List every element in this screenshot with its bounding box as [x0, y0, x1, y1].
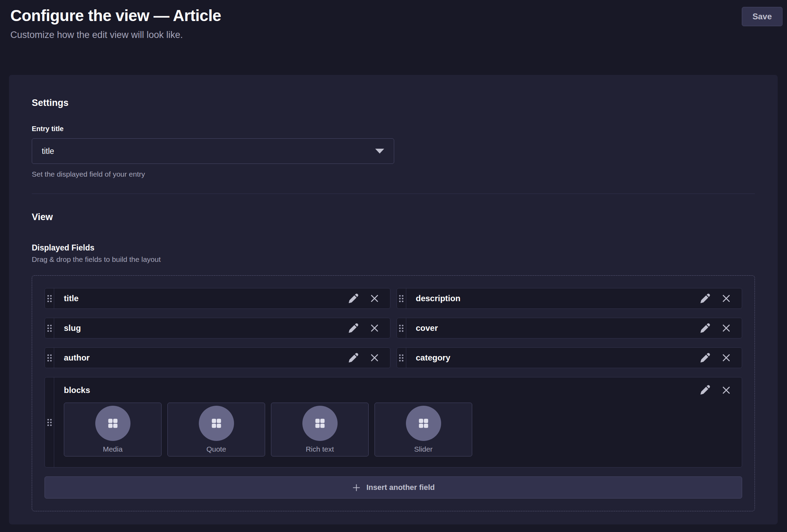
drag-handle[interactable]	[397, 348, 406, 368]
close-icon	[369, 293, 380, 304]
component-card-quote[interactable]: Quote	[167, 403, 265, 456]
close-icon	[721, 323, 731, 333]
remove-field-button[interactable]	[721, 293, 731, 304]
component-grid-icon	[106, 416, 120, 430]
drag-handle-icon	[398, 354, 404, 362]
drag-handle-icon	[398, 294, 404, 303]
field-row-content: author	[54, 348, 390, 368]
drag-handle-icon	[47, 354, 52, 362]
field-row-blocks[interactable]: blocks Media Quote Rich text	[45, 377, 742, 467]
component-grid-icon	[417, 416, 430, 430]
edit-field-button[interactable]	[348, 293, 359, 304]
plus-icon	[352, 483, 361, 492]
edit-field-button[interactable]	[699, 293, 711, 304]
field-row-author[interactable]: author	[45, 347, 390, 368]
remove-field-button[interactable]	[369, 353, 380, 363]
pencil-icon	[699, 323, 711, 334]
displayed-fields-hint: Drag & drop the fields to build the layo…	[32, 255, 755, 264]
page-title: Configure the view — Article	[10, 6, 777, 25]
entry-title-select[interactable]: title	[32, 138, 394, 164]
drag-handle[interactable]	[45, 348, 54, 368]
close-icon	[369, 323, 380, 333]
component-card-slider[interactable]: Slider	[375, 403, 472, 456]
displayed-fields-title: Displayed Fields	[32, 243, 755, 253]
pencil-icon	[699, 352, 711, 364]
field-name: author	[64, 353, 337, 363]
blocks-row-content: blocks Media Quote Rich text	[54, 377, 742, 467]
close-icon	[721, 353, 731, 363]
view-heading: View	[32, 212, 755, 223]
field-row-description[interactable]: description	[397, 288, 742, 309]
component-icon-circle	[199, 406, 234, 441]
entry-title-value: title	[42, 147, 54, 156]
drag-handle-icon	[47, 294, 52, 303]
insert-field-button[interactable]: Insert another field	[45, 476, 742, 499]
field-name: blocks	[64, 385, 689, 395]
close-icon	[369, 353, 380, 363]
entry-title-label: Entry title	[32, 125, 755, 133]
pencil-icon	[699, 293, 711, 304]
page-header: Configure the view — Article Customize h…	[0, 0, 787, 40]
drag-handle[interactable]	[45, 288, 54, 308]
page-subtitle: Customize how the edit view will look li…	[10, 30, 777, 40]
component-icon-circle	[95, 406, 130, 441]
remove-field-button[interactable]	[369, 323, 380, 333]
fields-grid: title description slug	[45, 288, 742, 499]
component-label: Slider	[414, 445, 433, 453]
drag-handle-icon	[47, 418, 52, 427]
components-list: Media Quote Rich text Slider	[64, 403, 731, 456]
drag-handle[interactable]	[397, 318, 406, 338]
edit-field-button[interactable]	[699, 352, 711, 364]
caret-down-icon	[375, 149, 384, 154]
pencil-icon	[348, 352, 359, 364]
component-card-media[interactable]: Media	[64, 403, 162, 456]
settings-heading: Settings	[32, 98, 755, 108]
field-row-content: title	[54, 288, 390, 308]
component-label: Quote	[206, 445, 226, 453]
insert-field-label: Insert another field	[366, 483, 435, 492]
component-grid-icon	[313, 416, 327, 430]
configuration-card: Settings Entry title title Set the displ…	[9, 75, 778, 524]
edit-field-button[interactable]	[348, 352, 359, 364]
close-icon	[721, 385, 731, 395]
pencil-icon	[348, 293, 359, 304]
field-row-content: cover	[406, 318, 742, 338]
component-icon-circle	[406, 406, 441, 441]
edit-field-button[interactable]	[699, 384, 711, 396]
drag-handle[interactable]	[45, 318, 54, 338]
component-card-rich-text[interactable]: Rich text	[271, 403, 369, 456]
edit-field-button[interactable]	[699, 323, 711, 334]
field-row-cover[interactable]: cover	[397, 318, 742, 338]
field-row-category[interactable]: category	[397, 347, 742, 368]
field-row-title[interactable]: title	[45, 288, 390, 309]
pencil-icon	[699, 384, 711, 396]
drag-handle-icon	[47, 324, 52, 333]
remove-field-button[interactable]	[369, 293, 380, 304]
fields-dropzone: title description slug	[32, 275, 755, 511]
save-button[interactable]: Save	[742, 7, 783, 26]
field-row-content: description	[406, 288, 742, 308]
field-row-content: category	[406, 348, 742, 368]
field-name: slug	[64, 323, 337, 333]
field-name: title	[64, 294, 337, 303]
remove-field-button[interactable]	[721, 385, 731, 395]
entry-title-hint: Set the displayed field of your entry	[32, 170, 755, 178]
pencil-icon	[348, 323, 359, 334]
field-name: description	[416, 294, 689, 303]
component-grid-icon	[210, 416, 223, 430]
drag-handle[interactable]	[397, 288, 406, 308]
drag-handle[interactable]	[45, 377, 54, 467]
remove-field-button[interactable]	[721, 353, 731, 363]
drag-handle-icon	[398, 324, 404, 333]
field-name: cover	[416, 323, 689, 333]
component-label: Rich text	[306, 445, 334, 453]
edit-field-button[interactable]	[348, 323, 359, 334]
section-divider	[32, 194, 755, 194]
field-row-slug[interactable]: slug	[45, 318, 390, 338]
field-row-content: slug	[54, 318, 390, 338]
field-name: category	[416, 353, 689, 363]
close-icon	[721, 293, 731, 304]
component-icon-circle	[302, 406, 338, 441]
remove-field-button[interactable]	[721, 323, 731, 333]
component-label: Media	[103, 445, 123, 453]
